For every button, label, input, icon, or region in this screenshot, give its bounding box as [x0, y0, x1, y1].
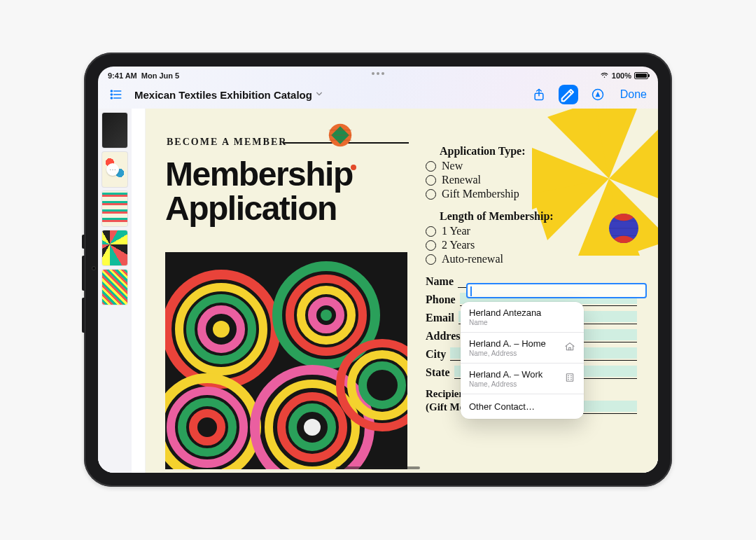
content-area: ⋯: [98, 109, 658, 473]
radio-icon: [426, 254, 436, 265]
battery-icon: [634, 72, 648, 79]
pdf-page: BECOME A MEMBER Membership Application: [146, 109, 658, 473]
hardware-volume-down: [82, 298, 85, 333]
application-type-section: Application Type: New Renewal Gift Membe…: [426, 145, 637, 200]
battery-percent: 100%: [612, 71, 631, 80]
radio-option-gift[interactable]: Gift Membership: [426, 188, 637, 200]
home-icon: [564, 341, 575, 355]
ipad-device-frame: 9:41 AM Mon Jun 5 100% Mexican Textiles …: [84, 53, 672, 487]
autofill-popover: Herland Antezana Name Herland A. – Home …: [461, 302, 584, 419]
title-line2: Application: [165, 190, 337, 227]
decorative-dot: [351, 165, 356, 170]
radio-option-auto[interactable]: Auto-renewal: [426, 253, 637, 265]
svg-point-31: [213, 321, 230, 338]
thumbnail-page[interactable]: ⋯: [102, 152, 127, 187]
home-indicator[interactable]: [336, 466, 420, 469]
svg-point-2: [111, 94, 112, 95]
share-button[interactable]: [529, 85, 549, 104]
radio-option-new[interactable]: New: [426, 160, 637, 172]
document-title[interactable]: Mexican Textiles Exhibition Catalog: [134, 89, 323, 101]
document-pane[interactable]: BECOME A MEMBER Membership Application: [132, 109, 658, 473]
done-button[interactable]: Done: [617, 88, 650, 101]
autofill-other-contact[interactable]: Other Contact…: [461, 394, 584, 419]
autofill-menu-button[interactable]: [588, 85, 608, 104]
svg-point-45: [304, 419, 321, 436]
thumbnail-page[interactable]: [102, 191, 127, 226]
radio-icon: [426, 226, 436, 237]
autofill-row-home[interactable]: Herland A. – Home Name, Address: [461, 332, 584, 363]
status-time: 9:41 AM: [108, 71, 137, 80]
page-title: Membership Application: [165, 158, 358, 226]
hardware-volume-up: [82, 256, 85, 291]
screen: 9:41 AM Mon Jun 5 100% Mexican Textiles …: [98, 67, 658, 473]
thumbnail-page[interactable]: [102, 230, 127, 265]
thumbnail-page[interactable]: [102, 113, 127, 148]
radio-option-renewal[interactable]: Renewal: [426, 174, 637, 186]
document-title-text: Mexican Textiles Exhibition Catalog: [134, 89, 312, 101]
radio-option-1year[interactable]: 1 Year: [426, 225, 637, 237]
status-bar: 9:41 AM Mon Jun 5 100%: [98, 67, 658, 81]
wifi-icon: [600, 71, 609, 80]
radio-icon: [426, 240, 436, 251]
title-line1: Membership: [165, 155, 353, 193]
chevron-down-icon: [316, 90, 323, 99]
name-text-field[interactable]: [466, 283, 647, 298]
app-toolbar: Mexican Textiles Exhibition Catalog Done: [98, 81, 658, 109]
svg-rect-50: [566, 373, 573, 381]
sidebar-toggle-button[interactable]: [106, 85, 126, 104]
building-icon: [564, 372, 575, 386]
text-caret: [470, 286, 472, 296]
decorative-artwork: [165, 252, 407, 469]
radio-icon: [426, 161, 436, 172]
front-camera: [92, 266, 96, 270]
radio-icon: [426, 189, 436, 200]
status-date: Mon Jun 5: [141, 71, 179, 80]
radio-option-2years[interactable]: 2 Years: [426, 239, 637, 251]
autofill-row-contact[interactable]: Herland Antezana Name: [461, 302, 584, 332]
page-thumbnails[interactable]: ⋯: [98, 109, 132, 473]
comment-indicator-icon[interactable]: ⋯: [106, 163, 119, 176]
svg-point-0: [111, 90, 112, 92]
hardware-button: [82, 235, 85, 249]
multitask-dots[interactable]: [372, 72, 384, 75]
decorative-diamond: [328, 123, 353, 148]
length-section: Length of Membership: 1 Year 2 Years Aut…: [426, 210, 637, 265]
markup-button[interactable]: [559, 85, 578, 104]
thumbnail-page[interactable]: [102, 270, 127, 305]
autofill-row-work[interactable]: Herland A. – Work Name, Address: [461, 363, 584, 394]
svg-point-36: [321, 310, 332, 321]
radio-icon: [426, 175, 436, 186]
become-member-label: BECOME A MEMBER: [167, 137, 287, 148]
svg-point-4: [111, 97, 112, 99]
length-heading: Length of Membership:: [440, 210, 637, 223]
application-type-heading: Application Type:: [440, 145, 637, 158]
